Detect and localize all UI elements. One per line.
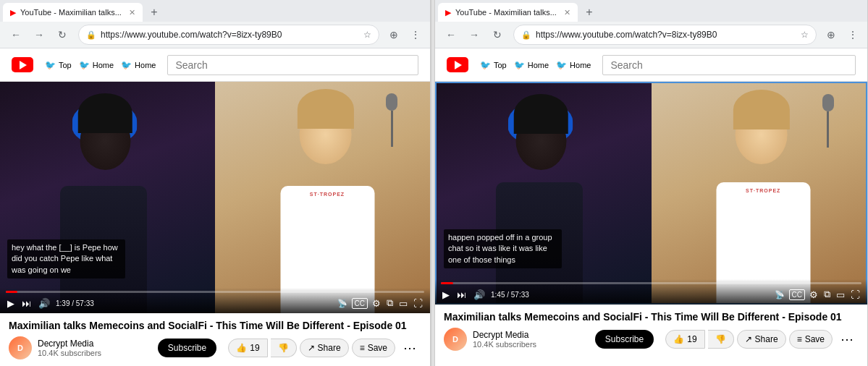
left-new-tab-btn[interactable]: + [144, 2, 164, 22]
left-nav-home2[interactable]: 🐦 Home [121, 60, 156, 70]
right-tab-close[interactable]: ✕ [564, 8, 570, 17]
left-yt-nav-links: 🐦 Top 🐦 Home 🐦 Home [45, 60, 156, 70]
right-extensions-btn[interactable]: ⊕ [822, 26, 840, 43]
right-right-controls: 📡 CC ⚙ ⧉ ▭ ⛶ [773, 287, 861, 302]
right-video-left-half: happen popped off in a group chat so it … [437, 83, 652, 303]
right-active-tab[interactable]: ▶ YouTube - Maximilian talks... ✕ [438, 3, 578, 22]
right-menu-btn[interactable]: ⋮ [844, 26, 861, 43]
right-volume-btn[interactable]: 🔊 [472, 288, 486, 302]
right-share-btn[interactable]: ↗ Share [737, 330, 786, 349]
left-reload-btn[interactable]: ↻ [52, 25, 72, 45]
right-reload-btn[interactable]: ↻ [487, 25, 507, 45]
left-airplay-btn[interactable]: 📡 [336, 297, 349, 310]
right-subscribe-btn[interactable]: Subscribe [595, 330, 654, 349]
right-nav-home2-label: Home [570, 61, 591, 69]
right-yt-logo-icon [447, 57, 468, 72]
right-settings-btn[interactable]: ⚙ [808, 288, 819, 302]
right-avatar-initials: D [452, 335, 458, 344]
right-search-input[interactable] [602, 55, 856, 75]
right-fullscreen-btn[interactable]: ⛶ [849, 288, 861, 302]
left-next-btn[interactable]: ⏭ [20, 297, 33, 310]
left-tab-label: YouTube - Maximilian talks... [20, 8, 122, 17]
right-save-btn[interactable]: ≡ Save [789, 330, 833, 349]
right-channel-info: Decrypt Media 10.4K subscribers [473, 330, 589, 349]
right-theater-btn[interactable]: ▭ [835, 288, 846, 302]
left-settings-btn[interactable]: ⚙ [371, 297, 382, 310]
right-forward-btn[interactable]: → [464, 25, 484, 45]
right-url-text: https://www.youtube.com/watch?v=8izx-ty8… [536, 30, 796, 40]
right-time-current: 1:45 [491, 291, 505, 299]
right-yt-header: 🐦 Top 🐦 Home 🐦 Home [435, 48, 867, 82]
left-nav-home1[interactable]: 🐦 Home [79, 60, 114, 70]
right-hair-right [733, 90, 790, 129]
left-search-input[interactable] [167, 55, 418, 75]
left-nav-top[interactable]: 🐦 Top [45, 60, 72, 70]
left-yt-logo[interactable] [12, 57, 33, 72]
right-nav-home1[interactable]: 🐦 Home [514, 60, 549, 70]
right-nav-home1-label: Home [528, 61, 549, 69]
left-volume-btn[interactable]: 🔊 [37, 297, 51, 310]
left-share-btn[interactable]: ↗ Share [300, 339, 349, 357]
left-video-caption: hey what the [__] is Pepe how did you ca… [7, 239, 125, 278]
left-tab-close[interactable]: ✕ [129, 8, 135, 17]
left-cc-btn[interactable]: CC [352, 298, 368, 309]
right-like-count: 19 [687, 334, 696, 344]
left-twitter-icon-top: 🐦 [45, 60, 56, 70]
right-next-btn[interactable]: ⏭ [455, 288, 468, 302]
left-channel-name[interactable]: Decrypt Media [38, 339, 152, 349]
left-menu-btn[interactable]: ⋮ [407, 26, 424, 43]
left-channel-row: D Decrypt Media 10.4K subscribers Subscr… [9, 336, 421, 359]
left-dislike-btn[interactable]: 👎 [271, 339, 297, 357]
left-extensions-btn[interactable]: ⊕ [385, 26, 403, 43]
right-share-icon: ↗ [745, 334, 752, 344]
left-mic-pole [391, 111, 393, 147]
right-like-btn[interactable]: 👍 19 [665, 330, 704, 349]
right-new-tab-btn[interactable]: + [579, 2, 599, 22]
left-theater-btn[interactable]: ▭ [397, 297, 409, 310]
right-time-total: 57:33 [511, 291, 529, 299]
left-back-btn[interactable]: ← [6, 25, 26, 45]
left-forward-btn[interactable]: → [29, 25, 49, 45]
right-miniplayer-btn[interactable]: ⧉ [822, 287, 832, 302]
right-play-btn[interactable]: ▶ [441, 288, 451, 302]
left-save-label: Save [368, 343, 387, 353]
right-channel-name[interactable]: Decrypt Media [473, 330, 589, 340]
left-nav-home1-label: Home [93, 61, 114, 69]
right-video-caption: happen popped off in a group chat so it … [444, 229, 562, 268]
right-yt-logo[interactable] [447, 57, 468, 72]
left-share-label: Share [318, 343, 341, 353]
left-right-controls: 📡 CC ⚙ ⧉ ▭ ⛶ [336, 296, 424, 310]
left-controls-row: ▶ ⏭ 🔊 1:39 / 57:33 📡 CC ⚙ ⧉ ▭ [6, 296, 424, 310]
left-like-btn[interactable]: 👍 19 [228, 339, 267, 357]
left-progress-fill [6, 291, 17, 293]
left-save-btn[interactable]: ≡ Save [352, 339, 395, 357]
right-nav-home2[interactable]: 🐦 Home [556, 60, 591, 70]
right-video-frame[interactable]: happen popped off in a group chat so it … [435, 82, 867, 305]
left-video-frame[interactable]: hey what the [__] is Pepe how did you ca… [0, 82, 430, 313]
right-more-btn[interactable]: ⋯ [835, 328, 859, 351]
right-channel-avatar[interactable]: D [444, 328, 467, 351]
right-progress-bar[interactable] [441, 282, 861, 284]
left-browser-controls: ← → ↻ 🔒 https://www.youtube.com/watch?v=… [0, 22, 430, 48]
right-thumbup-icon: 👍 [673, 334, 684, 344]
right-cc-btn[interactable]: CC [789, 289, 805, 300]
left-active-tab[interactable]: ▶ YouTube - Maximilian talks... ✕ [3, 3, 143, 22]
left-progress-bar[interactable] [6, 291, 424, 293]
left-fullscreen-btn[interactable]: ⛶ [412, 297, 424, 310]
right-dislike-btn[interactable]: 👎 [708, 330, 734, 349]
left-play-btn[interactable]: ▶ [6, 297, 16, 310]
left-subscribe-btn[interactable]: Subscribe [158, 339, 216, 357]
left-twitter-icon-home2: 🐦 [121, 60, 132, 70]
right-bookmark-icon[interactable]: ☆ [801, 30, 809, 40]
right-address-bar[interactable]: 🔒 https://www.youtube.com/watch?v=8izx-t… [513, 25, 817, 45]
left-time-current: 1:39 [56, 299, 69, 307]
right-airplay-btn[interactable]: 📡 [773, 289, 786, 301]
left-bookmark-icon[interactable]: ☆ [363, 30, 371, 40]
right-back-btn[interactable]: ← [441, 25, 461, 45]
left-address-bar[interactable]: 🔒 https://www.youtube.com/watch?v=8izx-t… [78, 25, 379, 45]
left-miniplayer-btn[interactable]: ⧉ [385, 296, 395, 310]
right-nav-buttons: ← → ↻ [441, 25, 507, 45]
left-more-btn[interactable]: ⋯ [398, 336, 421, 359]
right-nav-top[interactable]: 🐦 Top [480, 60, 507, 70]
left-channel-avatar[interactable]: D [9, 336, 32, 359]
